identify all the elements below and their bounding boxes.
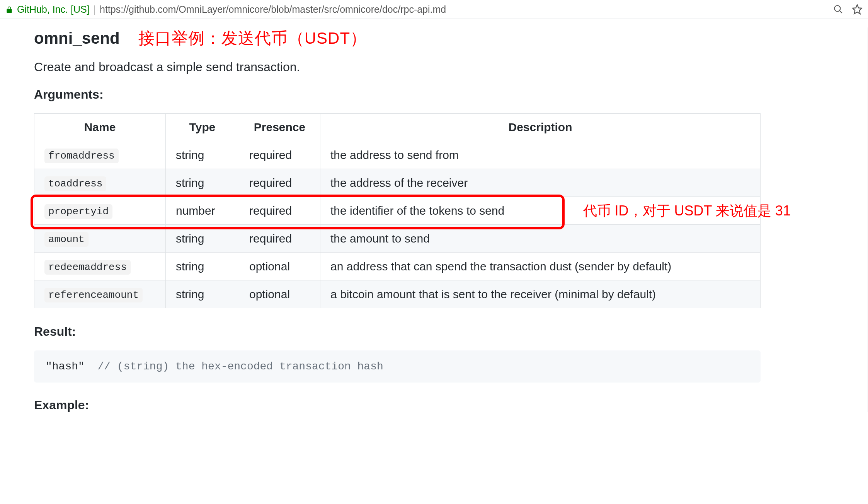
highlight-note: 代币 ID，对于 USDT 来说值是 31: [583, 202, 791, 220]
arg-type-cell: string: [166, 141, 239, 169]
svg-marker-2: [853, 5, 861, 14]
arg-presence-cell: optional: [239, 253, 320, 280]
function-description: Create and broadcast a simple send trans…: [34, 60, 849, 74]
col-type: Type: [166, 114, 239, 141]
arg-description-cell: the address to send from: [320, 141, 761, 169]
arg-description-cell: an address that can spend the transactio…: [320, 253, 761, 280]
function-name: omni_send: [34, 29, 120, 48]
arg-description-cell: the amount to send: [320, 225, 761, 253]
arg-name: amount: [44, 232, 89, 247]
arg-presence-cell: required: [239, 197, 320, 225]
arg-name-cell: propertyid: [34, 197, 166, 225]
result-heading: Result:: [34, 325, 849, 339]
table-row: toaddressstringrequiredthe address of th…: [34, 169, 761, 197]
arg-name: propertyid: [44, 204, 112, 219]
bookmark-star-icon[interactable]: [852, 4, 863, 15]
heading-annotation: 接口举例：发送代币（USDT）: [138, 27, 367, 49]
arg-type-cell: string: [166, 225, 239, 253]
col-name: Name: [34, 114, 166, 141]
arg-name-cell: referenceamount: [34, 280, 166, 308]
page-url[interactable]: https://github.com/OmniLayer/omnicore/bl…: [100, 4, 833, 15]
col-description: Description: [320, 114, 761, 141]
arg-name-cell: amount: [34, 225, 166, 253]
table-row: fromaddressstringrequiredthe address to …: [34, 141, 761, 169]
arg-type-cell: string: [166, 253, 239, 280]
example-heading: Example:: [34, 398, 849, 412]
arg-presence-cell: optional: [239, 280, 320, 308]
arg-presence-cell: required: [239, 225, 320, 253]
arg-description-cell: the address of the receiver: [320, 169, 761, 197]
table-row: amountstringrequiredthe amount to send: [34, 225, 761, 253]
svg-point-0: [834, 5, 840, 11]
arg-name: referenceamount: [44, 288, 143, 302]
table-row: referenceamountstringoptionala bitcoin a…: [34, 280, 761, 308]
address-divider: |: [94, 4, 96, 15]
table-header-row: Name Type Presence Description: [34, 114, 761, 141]
arg-name: fromaddress: [44, 149, 119, 163]
arg-name-cell: redeemaddress: [34, 253, 166, 280]
arg-presence-cell: required: [239, 169, 320, 197]
result-code-block: "hash" // (string) the hex-encoded trans…: [34, 350, 761, 383]
arguments-heading: Arguments:: [34, 87, 849, 102]
arg-description-cell: a bitcoin amount that is sent to the rec…: [320, 280, 761, 308]
arg-name-cell: fromaddress: [34, 141, 166, 169]
result-literal: "hash": [46, 360, 85, 372]
col-presence: Presence: [239, 114, 320, 141]
arguments-table-area: Name Type Presence Description fromaddre…: [34, 113, 849, 308]
result-comment: // (string) the hex-encoded transaction …: [97, 360, 383, 372]
arg-type-cell: number: [166, 197, 239, 225]
arg-presence-cell: required: [239, 141, 320, 169]
lock-icon: [5, 6, 13, 14]
document-content: omni_send 接口举例：发送代币（USDT） Create and bro…: [0, 27, 868, 412]
svg-line-1: [839, 10, 842, 13]
arg-type-cell: string: [166, 169, 239, 197]
arg-type-cell: string: [166, 280, 239, 308]
zoom-icon[interactable]: [833, 4, 843, 14]
browser-address-bar: GitHub, Inc. [US] | https://github.com/O…: [0, 0, 868, 19]
arg-name: redeemaddress: [44, 260, 131, 275]
table-row: redeemaddressstringoptionalan address th…: [34, 253, 761, 280]
arg-name-cell: toaddress: [34, 169, 166, 197]
arg-name: toaddress: [44, 176, 106, 191]
section-heading: omni_send 接口举例：发送代币（USDT）: [34, 27, 849, 49]
site-identity: GitHub, Inc. [US]: [17, 4, 90, 15]
